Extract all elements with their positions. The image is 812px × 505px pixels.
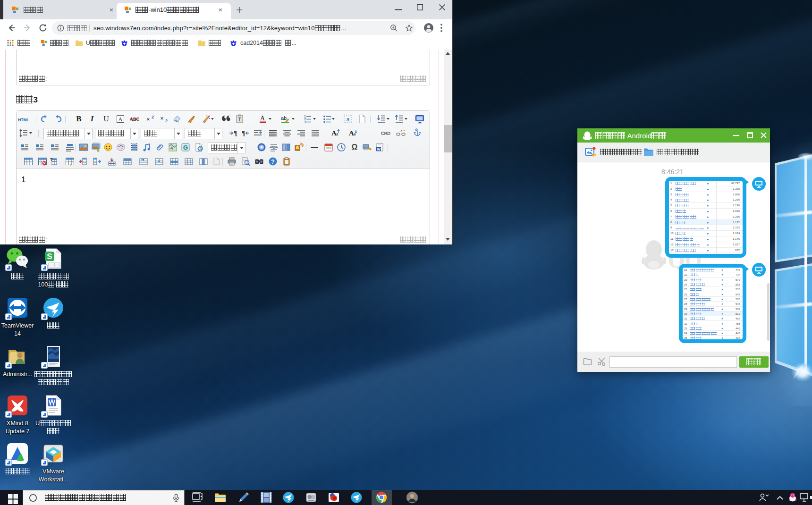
svg-text:T: T <box>238 117 241 122</box>
svg-text:3: 3 <box>304 120 306 124</box>
svg-text:A: A <box>118 116 123 123</box>
svg-text:2: 2 <box>152 115 154 119</box>
svg-text:¶: ¶ <box>242 130 245 137</box>
svg-text:ab: ab <box>281 115 287 121</box>
svg-text:a: a <box>347 116 350 123</box>
svg-text:×: × <box>160 115 163 122</box>
svg-text:2: 2 <box>165 118 168 123</box>
svg-text:W: W <box>377 147 381 152</box>
svg-text:?: ? <box>271 159 274 165</box>
svg-text:A: A <box>260 115 265 122</box>
svg-text:G: G <box>183 144 188 151</box>
svg-text:S: S <box>47 252 52 261</box>
svg-text:¶: ¶ <box>234 130 237 137</box>
svg-text:×: × <box>146 116 150 123</box>
svg-text:a: a <box>336 131 338 136</box>
